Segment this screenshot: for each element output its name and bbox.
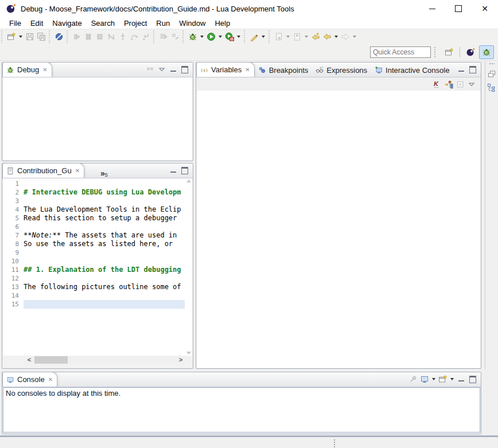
step-return-button: [140, 30, 151, 43]
menu-edit[interactable]: Edit: [26, 19, 48, 28]
marker-pen-dropdown-icon[interactable]: [262, 36, 265, 38]
tab-close-icon[interactable]: ✕: [245, 67, 250, 73]
minimize-button[interactable]: [168, 64, 179, 75]
menu-run[interactable]: Run: [151, 19, 174, 28]
tab-label: Contribution_Gu: [17, 166, 72, 175]
maximize-button[interactable]: [179, 64, 190, 75]
status-drag-handle[interactable]: [334, 439, 337, 447]
tab-close-icon[interactable]: ✕: [42, 67, 47, 73]
skip-all-breakpoints-button[interactable]: [53, 30, 65, 43]
debug-view-content[interactable]: [3, 77, 192, 160]
debug-button[interactable]: [187, 30, 199, 43]
previous-annotation-button: [291, 30, 303, 43]
tab-close-icon[interactable]: ✕: [48, 377, 53, 383]
tab-contribution-guide[interactable]: Contribution_Gu✕: [2, 163, 84, 178]
variables-view: (x)=Variables✕Breakpointsx2ExpressionsIn…: [196, 62, 481, 369]
tab-expressions[interactable]: x2Expressions: [312, 63, 371, 77]
lua-perspective-button[interactable]: [463, 45, 478, 59]
maximize-button[interactable]: [179, 165, 190, 176]
scrollbar-thumb[interactable]: [34, 356, 68, 364]
scroll-left-icon[interactable]: <: [25, 356, 33, 364]
open-perspective-button[interactable]: [442, 45, 457, 59]
line-number-ruler: 123456789101112131415: [3, 178, 24, 356]
line-number: 13: [3, 283, 24, 291]
debug-dropdown-icon[interactable]: [200, 36, 204, 38]
editor-text-area[interactable]: 123456789101112131415 # Interactive DEBU…: [3, 178, 192, 356]
tab-debug[interactable]: Debug✕: [2, 62, 52, 77]
next-annotation-dropdown-icon: [286, 36, 290, 38]
debug-perspective-button[interactable]: [479, 45, 494, 59]
code-line: **Note:** The assets that are used in: [24, 231, 185, 240]
tab-label: Debug: [17, 65, 39, 74]
outline-view-button[interactable]: [486, 82, 497, 94]
svg-text:K: K: [434, 80, 439, 87]
menu-project[interactable]: Project: [119, 19, 151, 28]
view-menu-button[interactable]: [156, 64, 168, 75]
menu-file[interactable]: File: [5, 19, 26, 28]
show-logical-structures-button[interactable]: [443, 79, 454, 89]
main-toolbar: [0, 29, 498, 44]
display-selected-console-button[interactable]: [419, 374, 430, 384]
line-number: 12: [3, 274, 24, 283]
back-dropdown-icon[interactable]: [334, 36, 338, 38]
breakpoints-icon: [258, 66, 266, 74]
maximize-button[interactable]: [467, 374, 478, 384]
tab-variables[interactable]: (x)=Variables✕: [196, 62, 255, 77]
code-line: [24, 197, 185, 205]
menu-search[interactable]: Search: [87, 19, 119, 28]
tab-console[interactable]: Console✕: [2, 372, 57, 387]
new-wizard-dropdown-icon[interactable]: [19, 36, 22, 38]
save-all-button: [36, 30, 47, 43]
open-console-dropdown-icon[interactable]: [450, 378, 454, 380]
line-number: 6: [3, 223, 24, 231]
external-tools-button[interactable]: [224, 30, 235, 43]
line-number: 4: [3, 205, 24, 214]
menu-window[interactable]: Window: [174, 19, 210, 28]
strip-drag-handle[interactable]: [489, 63, 495, 65]
display-selected-console-dropdown-icon[interactable]: [432, 378, 435, 380]
save-button: [24, 30, 36, 43]
open-console-button[interactable]: [437, 374, 449, 384]
editor-horizontal-scrollbar[interactable]: < >: [25, 356, 185, 364]
toolbar-group: [182, 30, 244, 43]
vars-icon: (x)=: [200, 66, 208, 74]
view-menu-button[interactable]: [466, 79, 477, 89]
maximize-button[interactable]: [467, 64, 478, 75]
run-button[interactable]: [205, 30, 217, 43]
scroll-up-icon[interactable]: [186, 180, 191, 182]
tab-close-icon[interactable]: ✕: [75, 168, 80, 174]
svg-text:(x)=: (x)=: [200, 68, 208, 73]
code-line: [24, 274, 185, 283]
tab-label: Interactive Console: [386, 66, 449, 75]
scroll-down-icon[interactable]: [186, 352, 191, 354]
restore-view-button[interactable]: [486, 68, 497, 80]
minimize-button[interactable]: [456, 64, 467, 75]
line-number: 14: [3, 291, 24, 300]
tab-interactive-console[interactable]: Interactive Console: [371, 63, 453, 77]
variables-view-content[interactable]: [197, 91, 480, 368]
console-view: Console✕ No consoles to display at this …: [2, 372, 481, 434]
quick-access-input[interactable]: [370, 46, 431, 58]
scroll-right-icon[interactable]: >: [177, 356, 185, 364]
minimize-button[interactable]: [456, 374, 467, 384]
menu-navigate[interactable]: Navigate: [48, 19, 86, 28]
minimize-button[interactable]: [168, 165, 179, 176]
back-button[interactable]: [321, 30, 333, 43]
menu-help[interactable]: Help: [210, 19, 235, 28]
external-tools-dropdown-icon[interactable]: [237, 36, 240, 38]
code-line: Read this section to setup a debugger: [24, 214, 185, 223]
window-close-button[interactable]: ✕: [472, 0, 498, 17]
editor-vertical-scrollbar[interactable]: [185, 178, 192, 356]
window-maximize-button[interactable]: [445, 0, 472, 17]
line-number: 7: [3, 231, 24, 240]
title-bar: Debug - Moose_Framework/docs/Contributio…: [0, 0, 498, 17]
last-edit-location-button[interactable]: [310, 30, 321, 43]
more-editors-chevron[interactable]: »5: [100, 169, 108, 178]
run-dropdown-icon[interactable]: [219, 36, 222, 38]
tab-breakpoints[interactable]: Breakpoints: [255, 63, 313, 77]
marker-pen-button[interactable]: [248, 30, 260, 43]
menu-bar: FileEditNavigateSearchProjectRunWindowHe…: [0, 17, 498, 29]
window-minimize-button[interactable]: [419, 0, 445, 17]
show-type-names-button[interactable]: K: [431, 79, 443, 89]
new-wizard-button[interactable]: [6, 30, 17, 43]
